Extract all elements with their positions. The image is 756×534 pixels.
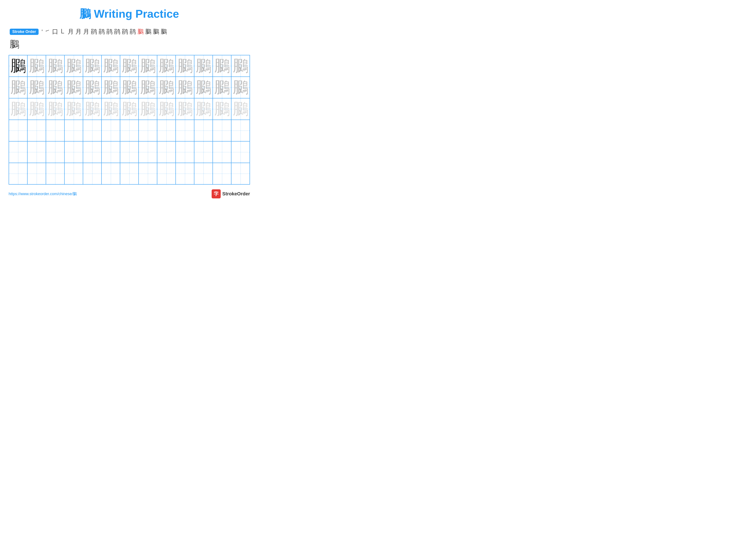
grid-cell[interactable]: [139, 163, 157, 184]
grid-cell[interactable]: [83, 120, 101, 141]
practice-char: 鵩: [122, 80, 137, 95]
grid-cell[interactable]: 鵩: [120, 98, 139, 120]
stroke-5: 月: [68, 28, 74, 36]
grid-cell[interactable]: [46, 120, 65, 141]
footer: https://www.strokeorder.com/chinese/鵩 字 …: [9, 189, 250, 198]
grid-cell[interactable]: [27, 120, 46, 141]
grid-cell[interactable]: 鵩: [9, 98, 27, 120]
grid-cell[interactable]: 鵩: [231, 98, 250, 120]
practice-char: 鵩: [85, 58, 100, 74]
grid-cell[interactable]: [139, 120, 157, 141]
grid-cell[interactable]: 鵩: [139, 55, 157, 77]
grid-cell[interactable]: 鵩: [213, 55, 231, 77]
practice-char: 鵩: [159, 58, 174, 74]
stroke-13: 鹃: [130, 28, 136, 36]
grid-cell[interactable]: 鵩: [83, 77, 101, 98]
grid-cell[interactable]: 鵩: [9, 55, 27, 77]
grid-cell[interactable]: [176, 163, 194, 184]
practice-char: 鵩: [196, 80, 211, 95]
grid-cell[interactable]: [231, 163, 250, 184]
grid-cell[interactable]: 鵩: [194, 98, 213, 120]
grid-cell[interactable]: [157, 141, 176, 163]
grid-cell[interactable]: [194, 141, 213, 163]
grid-cell[interactable]: [157, 120, 176, 141]
grid-cell[interactable]: [27, 141, 46, 163]
grid-cell[interactable]: [120, 120, 139, 141]
stroke-2: ㇀: [44, 28, 50, 36]
practice-char: 鵩: [85, 101, 100, 117]
grid-cell[interactable]: 鵩: [27, 77, 46, 98]
grid-cell[interactable]: 鵩: [120, 77, 139, 98]
grid-cell[interactable]: [65, 163, 83, 184]
practice-char: 鵩: [10, 80, 26, 95]
grid-cell[interactable]: [101, 120, 120, 141]
grid-cell[interactable]: 鵩: [139, 98, 157, 120]
grid-cell[interactable]: 鵩: [27, 55, 46, 77]
grid-cell[interactable]: [101, 141, 120, 163]
grid-cell[interactable]: [101, 163, 120, 184]
grid-cell[interactable]: 鵩: [213, 98, 231, 120]
stroke-16: 鵩: [153, 28, 159, 36]
grid-cell[interactable]: [213, 163, 231, 184]
practice-char: 鵩: [66, 80, 81, 95]
grid-cell[interactable]: 鵩: [231, 77, 250, 98]
grid-cell[interactable]: [157, 163, 176, 184]
practice-char: 鵩: [47, 58, 63, 74]
grid-cell[interactable]: [176, 120, 194, 141]
grid-cell[interactable]: 鵩: [213, 77, 231, 98]
grid-cell[interactable]: 鵩: [139, 77, 157, 98]
grid-cell[interactable]: 鵩: [46, 55, 65, 77]
grid-cell[interactable]: 鵩: [157, 77, 176, 98]
grid-cell[interactable]: [120, 141, 139, 163]
grid-cell[interactable]: 鵩: [65, 77, 83, 98]
practice-char: 鵩: [29, 101, 44, 117]
grid-cell[interactable]: [65, 120, 83, 141]
grid-cell[interactable]: 鵩: [176, 77, 194, 98]
grid-cell[interactable]: 鵩: [27, 98, 46, 120]
grid-cell[interactable]: [176, 141, 194, 163]
grid-cell[interactable]: [9, 163, 27, 184]
grid-cell[interactable]: 鵩: [176, 98, 194, 120]
grid-cell[interactable]: 鵩: [176, 55, 194, 77]
grid-cell[interactable]: 鵩: [157, 55, 176, 77]
grid-cell[interactable]: [46, 163, 65, 184]
page-title: 鵩 Writing Practice: [9, 7, 250, 21]
grid-cell[interactable]: 鵩: [120, 55, 139, 77]
grid-cell[interactable]: [194, 120, 213, 141]
grid-cell[interactable]: 鵩: [101, 98, 120, 120]
grid-cell[interactable]: [65, 141, 83, 163]
grid-cell[interactable]: [213, 141, 231, 163]
grid-cell[interactable]: 鵩: [46, 98, 65, 120]
grid-cell[interactable]: [9, 141, 27, 163]
stroke-14: 鵩: [138, 28, 144, 36]
practice-char: 鵩: [159, 101, 174, 117]
stroke-7: 月: [83, 28, 89, 36]
grid-cell[interactable]: 鵩: [194, 77, 213, 98]
grid-cell[interactable]: 鵩: [157, 98, 176, 120]
grid-cell[interactable]: [46, 141, 65, 163]
grid-cell[interactable]: [231, 120, 250, 141]
grid-cell[interactable]: 鵩: [101, 55, 120, 77]
practice-char: 鵩: [122, 58, 137, 74]
grid-cell[interactable]: [83, 163, 101, 184]
grid-cell[interactable]: 鵩: [101, 77, 120, 98]
grid-cell[interactable]: [231, 141, 250, 163]
grid-cell[interactable]: [83, 141, 101, 163]
grid-cell[interactable]: 鵩: [65, 98, 83, 120]
stroke-17: 鵩: [161, 28, 167, 36]
grid-cell[interactable]: 鵩: [194, 55, 213, 77]
grid-cell[interactable]: [194, 163, 213, 184]
practice-grid: 鵩鵩鵩鵩鵩鵩鵩鵩鵩鵩鵩鵩鵩鵩鵩鵩鵩鵩鵩鵩鵩鵩鵩鵩鵩鵩鵩鵩鵩鵩鵩鵩鵩鵩鵩鵩鵩鵩鵩: [9, 55, 250, 185]
grid-cell[interactable]: 鵩: [46, 77, 65, 98]
grid-cell[interactable]: 鵩: [231, 55, 250, 77]
grid-cell[interactable]: 鵩: [83, 55, 101, 77]
grid-cell[interactable]: [213, 120, 231, 141]
practice-char: 鵩: [103, 101, 119, 117]
grid-cell[interactable]: 鵩: [9, 77, 27, 98]
grid-cell[interactable]: [139, 141, 157, 163]
grid-cell[interactable]: 鵩: [83, 98, 101, 120]
grid-cell[interactable]: 鵩: [65, 55, 83, 77]
grid-cell[interactable]: [27, 163, 46, 184]
grid-cell[interactable]: [120, 163, 139, 184]
grid-cell[interactable]: [9, 120, 27, 141]
